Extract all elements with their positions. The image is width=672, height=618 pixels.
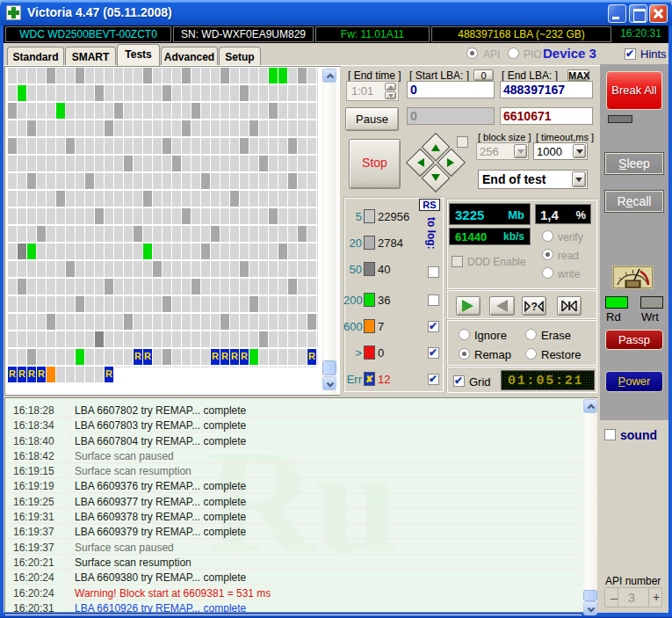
svg-text:?: ?	[531, 301, 538, 312]
